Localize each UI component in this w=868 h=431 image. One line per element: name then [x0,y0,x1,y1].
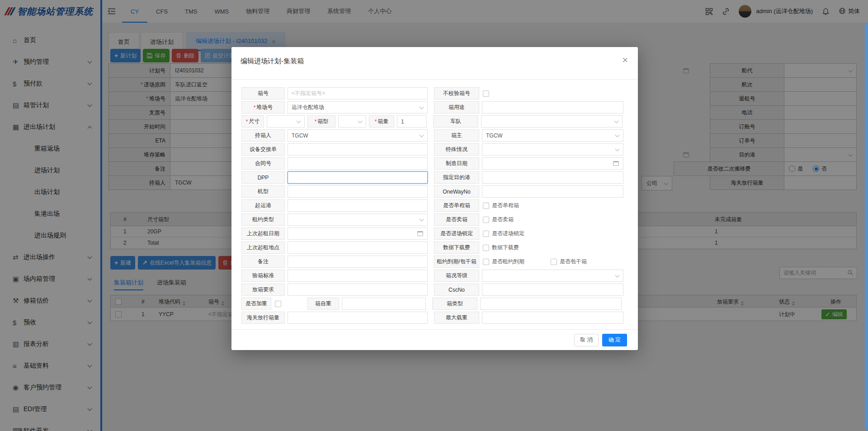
release-req-label: 放箱要求 [241,284,285,296]
box-type-label: *箱型 [307,115,335,128]
modal-row: *堆场号远洋仓配堆场箱用途 [241,101,626,114]
cancel-button[interactable]: 取 消 [574,334,598,346]
data-fee-checkbox[interactable]: 数据下载费 [482,242,578,254]
special-case-label: 特殊情况 [434,143,479,156]
chevron-down-icon [420,217,424,222]
modal-remark-input[interactable] [288,256,428,268]
yard-no-label: *堆场号 [241,101,285,114]
box-holder-select[interactable]: TGCW [288,129,428,142]
edit-container-modal: 编辑进场计划-集装箱 × 箱号<不指定箱号>不校验箱号*堆场号远洋仓配堆场箱用途… [231,47,638,350]
close-icon[interactable]: × [622,54,628,66]
box-no-input[interactable]: <不指定箱号> [288,87,428,99]
modal-row: 合同号制造日期 [241,157,626,170]
modal-row: 放箱要求CscNo [241,284,626,296]
box-usage-label: 箱用途 [434,101,479,114]
modal-row: 是否加重箱自重箱类型 [241,298,626,310]
data-fee-label: 数据下载费 [434,242,479,254]
csc-no-input[interactable] [482,284,623,296]
mfg-date-input[interactable] [482,157,623,170]
modal-row: 上次起租日期是否进场锁定是否进场锁定 [241,227,626,240]
special-case-select[interactable] [482,143,623,156]
chevron-down-icon [615,147,620,152]
weighted-label: 是否加重 [241,298,271,310]
modal-row: 设备交接单特殊情况 [241,143,626,156]
modal-row: 持箱人TGCW箱主TGCW [241,129,626,142]
origin-port-input[interactable] [288,199,428,212]
checkbox-box[interactable] [483,231,489,237]
dpp-input[interactable] [288,171,428,184]
release-req-input[interactable] [288,284,428,296]
entry-lock-label: 是否进场锁定 [434,227,479,240]
ok-button[interactable]: 确 定 [602,334,627,346]
max-load-input[interactable] [482,312,623,324]
customs-qty-label: 海关放行箱量 [241,312,285,324]
condition-grade-select[interactable] [482,270,623,282]
checkbox-box[interactable] [483,245,489,251]
entry-lock-checkbox[interactable]: 是否进场锁定 [482,227,578,240]
assigned-dest-port-input[interactable] [482,171,623,184]
checkbox-box[interactable] [483,90,489,97]
modal-body: 箱号<不指定箱号>不校验箱号*堆场号远洋仓配堆场箱用途*尺寸*箱型*箱量1车队持… [241,87,626,326]
yard-no-select[interactable]: 远洋仓配堆场 [288,101,428,114]
checkbox-box[interactable] [483,203,489,209]
oneway-no-label: OneWayNo [434,185,479,198]
modal-row: 租约类型是否卖箱是否卖箱 [241,213,626,226]
machine-type-input[interactable] [288,185,428,198]
chevron-down-icon [420,105,424,109]
inspect-std-input[interactable] [288,270,428,282]
scrollbar[interactable] [865,24,867,430]
machine-type-label: 机型 [241,185,285,198]
modal-row: *尺寸*箱型*箱量1车队 [241,115,626,128]
oneway-no-input[interactable] [482,185,623,198]
modal-row: 箱号<不指定箱号>不校验箱号 [241,87,626,99]
app-root: 智能场站管理系统 CYCFSTMSWMS物料管理商财管理系统管理个人中心 adm… [0,0,868,431]
box-type-select[interactable] [338,115,366,128]
eir-input[interactable] [288,143,428,156]
weighted-checkbox[interactable] [274,298,307,310]
checkbox-box[interactable] [483,217,489,223]
size-label: *尺寸 [241,115,264,128]
chevron-down-icon [615,133,620,137]
max-load-label: 最大载重 [434,312,479,324]
lease-due-label: 租约到期/包干箱 [434,256,479,268]
skip-verify-label: 不校验箱号 [434,87,479,99]
customs-qty-input[interactable] [288,312,428,324]
oneway-box-checkbox[interactable]: 是否单程箱 [482,199,578,212]
sell-box-label: 是否卖箱 [434,213,479,226]
csc-no-label: CscNo [434,284,479,296]
modal-title: 编辑进场计划-集装箱 [241,57,304,66]
fleet-select[interactable] [481,115,623,128]
chevron-down-icon [615,273,620,278]
box-kind-input[interactable] [480,298,622,310]
tare-weight-input[interactable] [342,298,426,310]
sell-box-checkbox[interactable]: 是否卖箱 [482,213,578,226]
contract-no-label: 合同号 [241,157,285,170]
chevron-down-icon [614,119,619,123]
box-qty-label: *箱量 [369,115,394,128]
size-select[interactable] [267,115,305,128]
checkbox-box[interactable] [483,259,489,265]
assigned-dest-port-label: 指定目的港 [434,171,479,184]
box-kind-label: 箱类型 [432,298,477,310]
checkbox-box[interactable] [275,301,281,307]
modal-row: DPP指定目的港 [241,171,626,184]
lease-due-checkbox[interactable]: 是否租约到期 [482,256,550,268]
last-lease-date-input[interactable] [288,227,428,240]
last-lease-place-input[interactable] [288,242,428,254]
lease-type-label: 租约类型 [241,213,285,226]
required-mark: * [315,118,317,125]
modal-remark-label: 备注 [241,256,285,268]
modal-row: 海关放行箱量最大载重 [241,312,626,324]
checkbox-box[interactable] [551,259,557,265]
contract-no-input[interactable] [288,157,428,170]
chevron-down-icon [358,119,363,123]
box-qty-input[interactable]: 1 [397,115,427,128]
box-usage-input[interactable] [482,101,623,114]
skip-verify-checkbox[interactable] [482,87,577,99]
lease-type-select[interactable] [288,213,428,226]
calendar-icon [417,231,423,236]
modal-header: 编辑进场计划-集装箱 × [231,47,638,80]
condition-grade-label: 箱况等级 [434,270,479,282]
package-box-checkbox[interactable]: 是否包干箱 [550,256,613,268]
box-owner-select[interactable]: TGCW [482,129,623,142]
